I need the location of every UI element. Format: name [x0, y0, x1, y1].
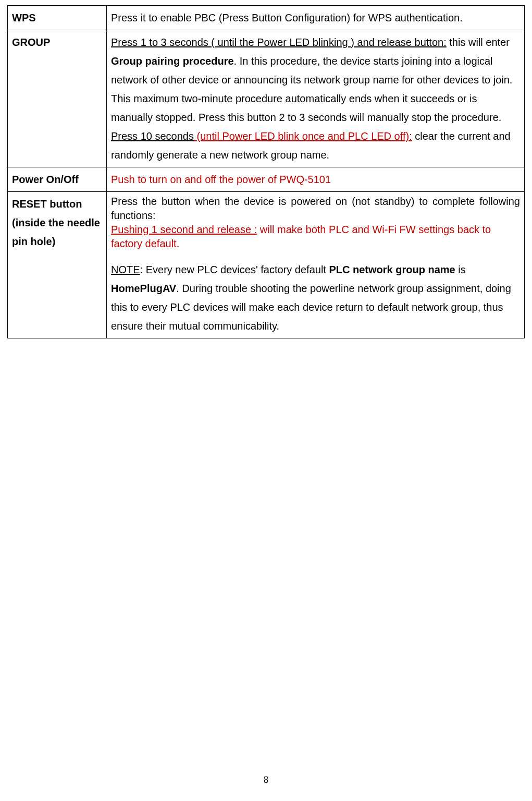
- wps-label: WPS: [8, 6, 107, 30]
- reset-label-line2: (inside the needle pin hole): [12, 217, 100, 247]
- reset-note: NOTE: Every new PLC devices' factory def…: [111, 260, 520, 335]
- reset-note-bold2: HomePlugAV: [111, 283, 176, 294]
- reset-note-label: NOTE: [111, 264, 140, 275]
- reset-note-after: : Every new PLC devices' factory default: [140, 264, 329, 275]
- table-row-reset: RESET button (inside the needle pin hole…: [8, 192, 525, 338]
- group-press1-bold: Group pairing procedure: [111, 55, 234, 67]
- group-press1-underline: Press 1 to 3 seconds ( until the Power L…: [111, 37, 447, 48]
- group-press1-after: this will enter: [447, 37, 510, 48]
- page-number: 8: [0, 774, 532, 785]
- power-desc: Push to turn on and off the power of PWQ…: [107, 167, 525, 192]
- reset-desc: Press the button when the device is powe…: [107, 192, 525, 338]
- reset-label-line1: RESET button: [12, 198, 82, 210]
- reset-intro: Press the button when the device is powe…: [111, 195, 520, 223]
- power-label: Power On/Off: [8, 167, 107, 192]
- table-row-group: GROUP Press 1 to 3 seconds ( until the P…: [8, 30, 525, 167]
- table-row-wps: WPS Press it to enable PBC (Press Button…: [8, 6, 525, 30]
- wps-desc: Press it to enable PBC (Press Button Con…: [107, 6, 525, 30]
- reset-note-mid: is: [455, 264, 466, 275]
- reset-label: RESET button (inside the needle pin hole…: [8, 192, 107, 338]
- group-desc: Press 1 to 3 seconds ( until the Power L…: [107, 30, 525, 167]
- device-button-table: WPS Press it to enable PBC (Press Button…: [7, 5, 525, 338]
- reset-note-bold1: PLC network group name: [329, 264, 455, 275]
- group-press10-prefix: Press 10 seconds: [111, 130, 194, 142]
- reset-push1: Pushing 1 second and release : will make…: [111, 223, 520, 251]
- reset-push1-underline: Pushing 1 second and release :: [111, 224, 257, 235]
- group-press10-red: (until Power LED blink once and PLC LED …: [194, 130, 412, 142]
- group-label: GROUP: [8, 30, 107, 167]
- table-row-power: Power On/Off Push to turn on and off the…: [8, 167, 525, 192]
